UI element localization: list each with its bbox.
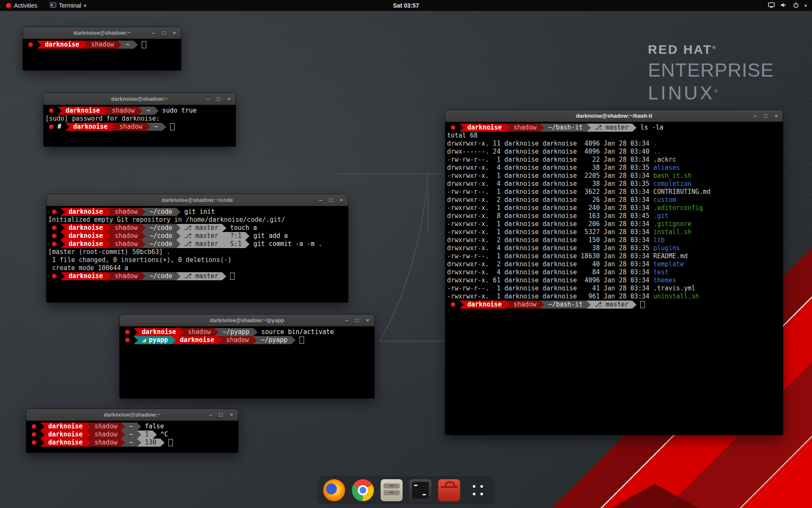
terminal-line: drwxrwxr-x. 11 darknoise darknoise 4096 … [447,140,783,148]
maximize-button[interactable]: □ [356,318,359,323]
terminal-line: darknoiseshadow~/code⎇ master?:1 git add… [48,232,348,240]
window-buttons: –□× [209,409,233,420]
prompt-segment-path: ~/bash-it [544,301,586,309]
powerline-separator [540,124,544,132]
dock-toolbox-icon[interactable] [438,479,460,501]
prompt-segment-host: shadow [111,232,141,240]
dock-files-icon[interactable] [381,479,403,501]
terminal-line: drwxrwxr-x. 61 darknoise darknoise 4096 … [447,276,783,284]
prompt-segment-git-status: S:1 [226,240,245,248]
powerline-separator [58,107,62,115]
powerline-separator [60,208,65,216]
redhat-icon [125,338,130,342]
powerline-separator [245,232,250,240]
terminal-body[interactable]: darknoiseshadow~/code git initInitialize… [47,206,348,302]
minimize-button[interactable]: – [152,30,155,36]
prompt-segment-git-branch: ⎇ master [591,124,633,132]
terminal-window-home-sudo: darknoise@shadow:~–□×darknoiseshadow~ su… [44,93,236,146]
close-button[interactable]: × [227,96,230,102]
dock-app-grid-icon[interactable] [467,479,489,501]
window-buttons: –□× [206,93,230,105]
prompt-segment-user: darknoise [65,272,107,280]
terminal-body[interactable]: darknoiseshadow~/pyapp source bin/activa… [120,326,374,398]
dock-chrome-icon[interactable] [352,479,374,501]
window-titlebar[interactable]: darknoise@shadow:~/bash-it–□× [445,110,783,122]
maximize-button[interactable]: □ [329,197,333,203]
powerline-separator [107,240,111,248]
window-titlebar[interactable]: darknoise@shadow:~–□× [23,27,181,39]
redhat-icon [32,432,36,437]
window-titlebar[interactable]: darknoise@shadow:~/pyapp–□× [120,315,374,326]
minimize-button[interactable]: – [754,113,757,119]
minimize-button[interactable]: – [209,412,212,417]
terminal-line: -rwxrwxr-x. 1 darknoise darknoise 206 Ja… [447,220,783,228]
maximize-button[interactable]: □ [162,30,166,36]
terminal-body[interactable]: darknoiseshadow~ [23,39,181,70]
minimize-button[interactable]: – [345,318,348,323]
close-button[interactable]: × [340,197,343,203]
window-titlebar[interactable]: darknoise@shadow:~–□× [26,409,238,421]
powerline-separator [141,208,145,216]
close-button[interactable]: × [366,318,369,323]
dock-firefox-icon[interactable] [323,479,345,501]
powerline-separator [60,232,65,240]
prompt-segment-host: shadow [108,107,138,115]
prompt-segment-git-branch: ⎇ master [181,224,222,232]
maximize-button[interactable]: □ [217,96,220,102]
prompt-segment-shell-indicator [447,301,459,309]
window-titlebar[interactable]: darknoise@shadow:~/code–□× [47,194,348,206]
dock-terminal-icon[interactable] [409,479,431,501]
terminal-window-pyapp: darknoise@shadow:~/pyapp–□×darknoiseshad… [120,315,374,398]
redhat-icon [52,234,57,238]
powerline-separator [222,224,226,232]
clock[interactable]: Sat 03:57 [0,2,812,9]
terminal-line: total 68 [447,132,783,140]
close-button[interactable]: × [774,113,778,119]
dock [317,476,495,505]
powerline-separator [40,439,44,447]
powerline-separator [134,41,138,49]
prompt-segment-exit-code: 130 [141,439,160,447]
terminal-line: -rw-rw-r--. 1 darknoise darknoise 18630 … [447,252,783,260]
powerline-separator [459,124,464,132]
powerline-separator [160,439,165,447]
system-status-area[interactable]: ▾ [765,0,809,11]
powerline-separator [107,224,111,232]
powerline-separator [222,240,226,248]
terminal-body[interactable]: darknoiseshadow~ falsedarknoiseshadow~1 … [26,421,238,453]
terminal-line: -rwxrwxr-x. 1 darknoise darknoise 240 Ja… [447,204,783,212]
minimize-button[interactable]: – [319,197,322,203]
redhat-icon [52,226,57,230]
prompt-segment-host: shadow [510,124,540,132]
terminal-cursor [299,337,304,344]
prompt-segment-shell-indicator [45,107,58,115]
prompt-segment-host: shadow [111,208,141,216]
maximize-button[interactable]: □ [219,412,223,417]
powerline-separator [540,301,544,309]
close-button[interactable]: × [173,30,176,36]
window-titlebar[interactable]: darknoise@shadow:~–□× [44,93,236,105]
prompt-segment-git-branch: ⎇ master [181,272,222,280]
terminal-line: -rw-rw-r--. 1 darknoise darknoise 3622 J… [447,188,783,196]
command-text: sudo true [159,107,197,115]
prompt-segment-user: darknoise [138,328,180,336]
terminal-body[interactable]: darknoiseshadow~/bash-it⎇ master ls -lat… [445,122,783,435]
terminal-body[interactable]: darknoiseshadow~ sudo true[sudo] passwor… [44,105,236,146]
prompt-segment-host: shadow [91,439,121,447]
terminal-line: darknoiseshadow~130 [28,439,238,447]
prompt-segment-path: ~/pyapp [257,336,291,344]
prompt-segment-path: ~/code [145,272,176,280]
prompt-segment-user: darknoise [69,123,111,131]
powerline-separator [121,431,125,439]
command-text: touch a [226,224,257,232]
desktop: { "topbar": { "activities_label": "Activ… [0,0,812,508]
prompt-segment-path: ~ [143,107,154,115]
close-button[interactable]: × [230,412,233,417]
terminal-line: darknoiseshadow~/code⎇ masterS:1 git com… [48,240,348,248]
terminal-cursor [168,439,173,446]
prompt-segment-user: darknoise [65,224,107,232]
maximize-button[interactable]: □ [764,113,768,119]
prompt-segment-host: shadow [510,301,540,309]
powerline-separator [154,107,159,115]
minimize-button[interactable]: – [206,96,209,102]
